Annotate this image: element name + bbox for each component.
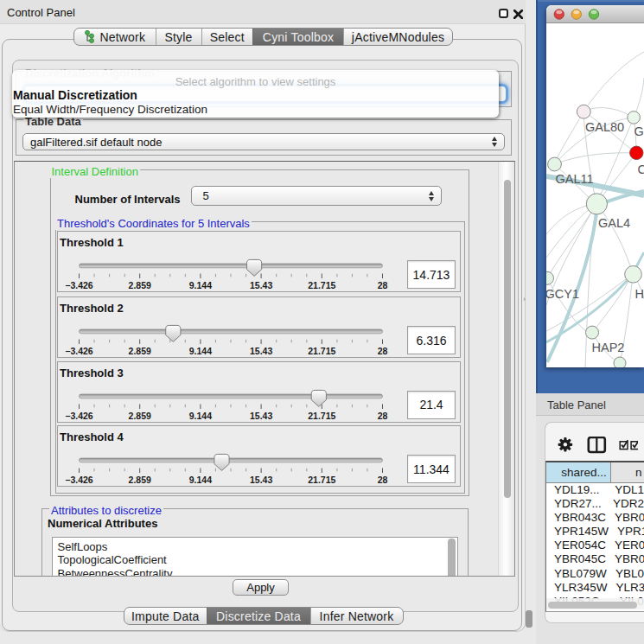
svg-text:9.144: 9.144 — [188, 346, 211, 356]
svg-text:21.715: 21.715 — [308, 346, 335, 356]
svg-text:−3.426: −3.426 — [65, 346, 93, 356]
svg-text:H: H — [635, 287, 644, 301]
svg-text:−3.426: −3.426 — [65, 475, 93, 485]
svg-text:GCY1: GCY1 — [546, 287, 579, 301]
svg-text:21.715: 21.715 — [308, 475, 335, 485]
svg-text:21.715: 21.715 — [308, 280, 335, 290]
svg-text:GAL80: GAL80 — [585, 120, 624, 134]
svg-text:21.715: 21.715 — [308, 410, 335, 420]
svg-text:2.859: 2.859 — [128, 346, 150, 356]
svg-text:G.: G. — [634, 124, 644, 138]
svg-text:9.144: 9.144 — [188, 475, 211, 485]
svg-text:28: 28 — [377, 475, 387, 485]
svg-text:15.43: 15.43 — [249, 346, 271, 356]
svg-text:9.144: 9.144 — [188, 280, 211, 290]
svg-text:−3.426: −3.426 — [65, 280, 93, 290]
svg-text:GAL11: GAL11 — [556, 172, 594, 186]
svg-text:15.43: 15.43 — [249, 475, 271, 485]
svg-text:15.43: 15.43 — [249, 410, 271, 420]
svg-text:28: 28 — [377, 280, 387, 290]
svg-text:HAP2: HAP2 — [592, 341, 625, 354]
svg-text:28: 28 — [377, 346, 387, 356]
svg-text:9.144: 9.144 — [188, 410, 211, 420]
svg-text:28: 28 — [377, 410, 387, 420]
svg-text:15.43: 15.43 — [249, 280, 271, 290]
svg-text:2.859: 2.859 — [128, 410, 150, 420]
svg-text:2.859: 2.859 — [128, 475, 150, 485]
svg-text:C: C — [638, 163, 644, 176]
svg-text:2.859: 2.859 — [128, 280, 150, 290]
svg-text:GAL4: GAL4 — [598, 216, 630, 230]
svg-text:−3.426: −3.426 — [65, 410, 93, 420]
